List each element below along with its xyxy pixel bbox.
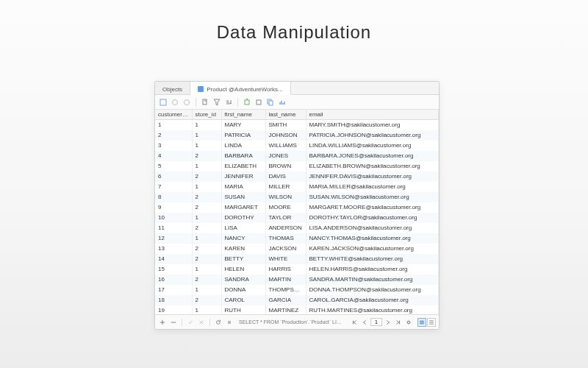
cell-first_name[interactable]: HELEN [221,264,265,275]
table-row[interactable]: 171DONNATHOMPSONDONNA.THOMPSON@sakilacus… [155,285,439,295]
cell-last_name[interactable]: MILLER [265,182,306,192]
cell-last_name[interactable]: THOMAS [265,233,306,244]
export-data-button[interactable] [254,97,264,107]
cell-store_id[interactable]: 1 [192,182,221,192]
import-button[interactable] [200,97,210,107]
cell-customer_id[interactable]: 14 [155,254,192,264]
rollback-button[interactable] [182,97,192,107]
cell-email[interactable]: SANDRA.MARTIN@sakilacustomer.org [306,275,439,285]
cell-store_id[interactable]: 1 [192,305,221,314]
cell-store_id[interactable]: 2 [192,171,221,182]
table-row[interactable]: 21PATRICIAJOHNSONPATRICIA.JOHNSON@sakila… [155,130,439,141]
cell-store_id[interactable]: 2 [192,275,221,285]
cell-customer_id[interactable]: 11 [155,223,192,233]
cell-email[interactable]: CAROL.GARCIA@sakilacustomer.org [306,295,439,305]
cell-store_id[interactable]: 2 [192,151,221,161]
cell-email[interactable]: RUTH.MARTINES@sakilacustomer.org [306,305,439,314]
cell-store_id[interactable]: 1 [192,213,221,223]
commit-button[interactable] [170,97,180,107]
cell-last_name[interactable]: TAYLOR [265,213,306,223]
prev-page-button[interactable] [360,318,369,327]
tab-product[interactable]: Product @AdventureWorks... [190,82,291,95]
cell-first_name[interactable]: NANCY [221,233,265,244]
cell-email[interactable]: BARBARA.JONES@sakilacustomer.org [306,151,439,161]
cell-last_name[interactable]: MARTIN [265,275,306,285]
cell-store_id[interactable]: 2 [192,244,221,254]
table-row[interactable]: 51ELIZABETHBROWNELIZABETH.BROWN@sakilacu… [155,161,439,171]
cell-store_id[interactable]: 1 [192,130,221,141]
cell-customer_id[interactable]: 15 [155,264,192,275]
cell-last_name[interactable]: HARRIS [265,264,306,275]
column-header-email[interactable]: email [306,110,439,120]
cell-email[interactable]: SUSAN.WILSON@sakilacustomer.org [306,192,439,202]
table-row[interactable]: 11MARYSMITHMARY.SMITH@sakilacustomer.org [155,120,439,131]
cell-first_name[interactable]: MARGARET [221,202,265,213]
begin-transaction-button[interactable] [158,97,168,107]
cell-customer_id[interactable]: 18 [155,295,192,305]
cell-last_name[interactable]: GARCIA [265,295,306,305]
cell-last_name[interactable]: JACKSON [265,244,306,254]
page-number-input[interactable] [370,318,382,326]
cell-store_id[interactable]: 2 [192,254,221,264]
cell-email[interactable]: KAREN.JACKSON@sakilacustomer.org [306,244,439,254]
cell-email[interactable]: LISA.ANDERSON@sakilacustomer.org [306,223,439,233]
cell-first_name[interactable]: KAREN [221,244,265,254]
cell-store_id[interactable]: 1 [192,264,221,275]
cell-customer_id[interactable]: 4 [155,151,192,161]
cell-first_name[interactable]: DONNA [221,285,265,295]
cell-last_name[interactable]: JOHNSON [265,130,306,141]
first-page-button[interactable] [350,318,359,327]
cell-customer_id[interactable]: 9 [155,202,192,213]
cell-store_id[interactable]: 2 [192,192,221,202]
cell-first_name[interactable]: LINDA [221,141,265,151]
cell-first_name[interactable]: MARY [221,120,265,131]
cell-store_id[interactable]: 2 [192,223,221,233]
cell-customer_id[interactable]: 2 [155,130,192,141]
last-page-button[interactable] [394,318,403,327]
table-row[interactable]: 121NANCYTHOMASNANCY.THOMAS@sakilacustome… [155,233,439,244]
cell-last_name[interactable]: MOORE [265,202,306,213]
cell-last_name[interactable]: WILLIAMS [265,141,306,151]
cell-last_name[interactable]: THOMPSON [265,285,306,295]
cell-last_name[interactable]: SMITH [265,120,306,131]
table-row[interactable]: 142BETTYWHITEBETTY.WHITE@sakilacustomer.… [155,254,439,264]
table-row[interactable]: 92MARGARETMOOREMARGARET.MOORE@sakilacust… [155,202,439,213]
cell-email[interactable]: PATRICIA.JOHNSON@sakilacustomer.org [306,130,439,141]
cell-customer_id[interactable]: 17 [155,285,192,295]
copy-button[interactable] [265,97,276,107]
table-row[interactable]: 182CAROLGARCIACAROL.GARCIA@sakilacustome… [155,295,439,305]
cell-email[interactable]: HELEN.HARRIS@sakilacustomer.org [306,264,439,275]
refresh-button[interactable] [214,318,223,327]
cell-first_name[interactable]: CAROL [221,295,265,305]
add-row-button[interactable] [158,318,167,327]
delete-row-button[interactable] [169,318,178,327]
form-view-button[interactable] [427,318,436,327]
cell-email[interactable]: BETTY.WHITE@sakilacustomer.org [306,254,439,264]
cell-email[interactable]: DOROTHY.TAYLOR@sakilacustomer.org [306,213,439,223]
cell-last_name[interactable]: ANDERSON [265,223,306,233]
table-row[interactable]: 191RUTHMARTINEZRUTH.MARTINES@sakilacusto… [155,305,439,314]
cell-first_name[interactable]: SUSAN [221,192,265,202]
apply-button[interactable] [186,318,195,327]
result-table[interactable]: customer_idstore_idfirst_namelast_nameem… [155,110,439,314]
cell-customer_id[interactable]: 5 [155,161,192,171]
cell-email[interactable]: ELIZABETH.BROWN@sakilacustomer.org [306,161,439,171]
column-header-customer_id[interactable]: customer_id [155,110,192,120]
cell-customer_id[interactable]: 10 [155,213,192,223]
column-header-last_name[interactable]: last_name [265,110,306,120]
cancel-button[interactable] [197,318,206,327]
cell-email[interactable]: LINDA.WILLIAMS@sakilacustomer.org [306,141,439,151]
cell-customer_id[interactable]: 3 [155,141,192,151]
cell-customer_id[interactable]: 16 [155,275,192,285]
cell-last_name[interactable]: MARTINEZ [265,305,306,314]
cell-store_id[interactable]: 2 [192,295,221,305]
cell-first_name[interactable]: ELIZABETH [221,161,265,171]
cell-email[interactable]: MARIA.MILLER@sakilacustomer.org [306,182,439,192]
table-row[interactable]: 42BARBARAJONESBARBARA.JONES@sakilacustom… [155,151,439,161]
cell-customer_id[interactable]: 19 [155,305,192,314]
cell-first_name[interactable]: DOROTHY [221,213,265,223]
cell-store_id[interactable]: 2 [192,202,221,213]
table-row[interactable]: 101DOROTHYTAYLORDOROTHY.TAYLOR@sakilacus… [155,213,439,223]
cell-last_name[interactable]: JONES [265,151,306,161]
cell-last_name[interactable]: WHITE [265,254,306,264]
